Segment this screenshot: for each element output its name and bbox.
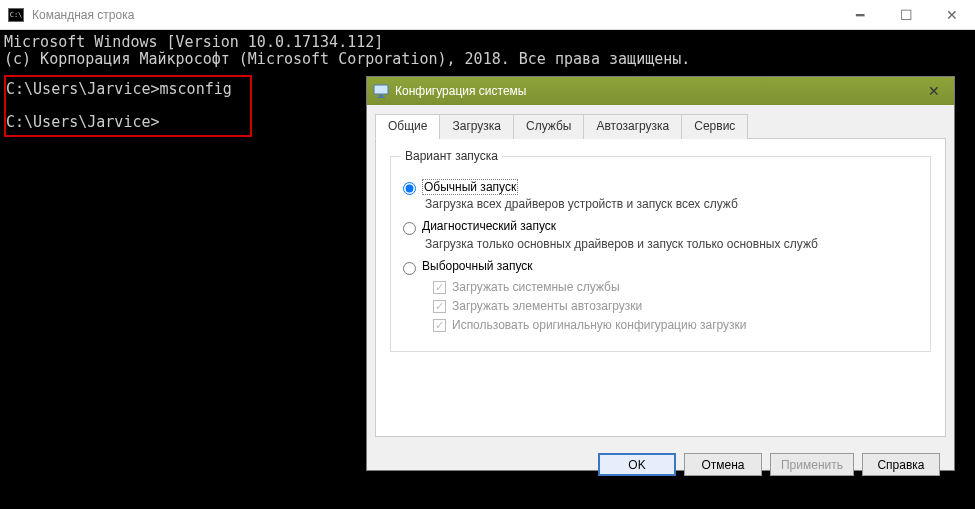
system-config-dialog: Конфигурация системы ✕ Общие Загрузка Сл… <box>366 76 955 471</box>
tab-services[interactable]: Службы <box>513 114 584 139</box>
cmd-prompt: C:\Users\Jarvice> <box>6 80 160 98</box>
radio-normal-startup[interactable] <box>403 182 416 195</box>
dialog-titlebar[interactable]: Конфигурация системы ✕ <box>367 77 954 105</box>
radio-selective-label: Выборочный запуск <box>422 259 533 273</box>
checkbox-icon: ✓ <box>433 281 446 294</box>
dialog-title: Конфигурация системы <box>395 84 526 98</box>
cmd-titlebar: C:\ Командная строка ━ ☐ ✕ <box>0 0 975 30</box>
svg-rect-1 <box>379 95 383 97</box>
tab-boot[interactable]: Загрузка <box>439 114 514 139</box>
cancel-button[interactable]: Отмена <box>684 453 762 476</box>
tab-tools[interactable]: Сервис <box>681 114 748 139</box>
svg-rect-2 <box>377 97 385 98</box>
highlight-box: C:\Users\Jarvice>msconfig C:\Users\Jarvi… <box>4 75 252 137</box>
monitor-icon <box>373 83 389 99</box>
checkbox-icon: ✓ <box>433 300 446 313</box>
cmd-title: Командная строка <box>32 8 134 22</box>
radio-diagnostic-label: Диагностический запуск <box>422 219 556 233</box>
radio-diagnostic-startup[interactable] <box>403 222 416 235</box>
tab-pane-general: Вариант запуска Обычный запуск Загрузка … <box>375 139 946 437</box>
svg-rect-0 <box>374 85 388 94</box>
maximize-button[interactable]: ☐ <box>883 0 929 30</box>
cmd-version-line: Microsoft Windows [Version 10.0.17134.11… <box>4 33 383 51</box>
selective-options: ✓Загружать системные службы ✓Загружать э… <box>433 280 918 332</box>
minimize-button[interactable]: ━ <box>837 0 883 30</box>
radio-selective-startup[interactable] <box>403 262 416 275</box>
ok-button[interactable]: OK <box>598 453 676 476</box>
cmd-icon: C:\ <box>8 8 24 22</box>
radio-normal-desc: Загрузка всех драйверов устройств и запу… <box>425 197 918 211</box>
tab-bar: Общие Загрузка Службы Автозагрузка Серви… <box>375 113 946 139</box>
cmd-prompt: C:\Users\Jarvice> <box>6 113 160 131</box>
checkbox-icon: ✓ <box>433 319 446 332</box>
startup-options-fieldset: Вариант запуска Обычный запуск Загрузка … <box>390 149 931 352</box>
radio-diagnostic-desc: Загрузка только основных драйверов и зап… <box>425 237 918 251</box>
chk-original-boot-label: Использовать оригинальную конфигурацию з… <box>452 318 747 332</box>
cmd-command-text: msconfig <box>160 80 232 98</box>
dialog-close-button[interactable]: ✕ <box>920 81 948 101</box>
dialog-button-bar: OK Отмена Применить Справка <box>367 445 954 486</box>
chk-system-services-label: Загружать системные службы <box>452 280 620 294</box>
fieldset-legend: Вариант запуска <box>401 149 502 163</box>
radio-normal-label: Обычный запуск <box>422 179 518 195</box>
close-button[interactable]: ✕ <box>929 0 975 30</box>
tab-startup[interactable]: Автозагрузка <box>583 114 682 139</box>
apply-button[interactable]: Применить <box>770 453 854 476</box>
cmd-copyright-line: (c) Корпорация Майкрософт (Microsoft Cor… <box>4 50 690 68</box>
tab-general[interactable]: Общие <box>375 114 440 139</box>
help-button[interactable]: Справка <box>862 453 940 476</box>
chk-startup-items-label: Загружать элементы автозагрузки <box>452 299 642 313</box>
